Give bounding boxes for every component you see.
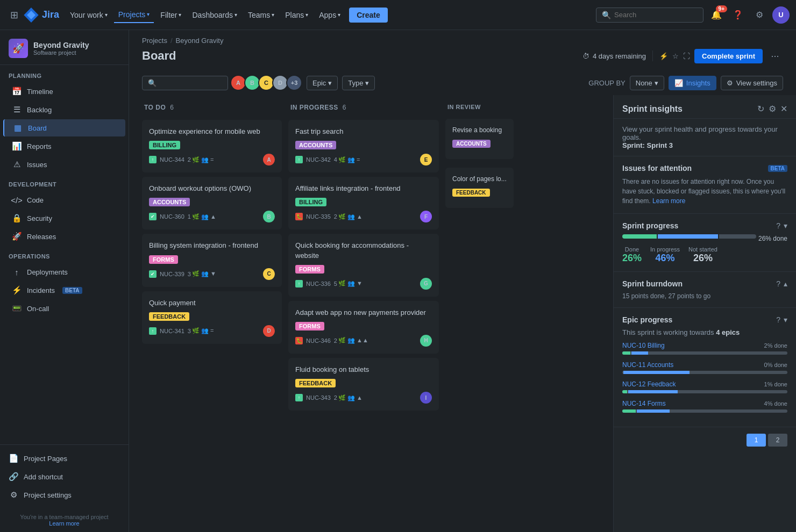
search-box[interactable]: 🔍 [596,8,703,23]
grid-menu-icon[interactable]: ⊞ [6,8,22,23]
nav-teams[interactable]: Teams▾ [244,8,279,23]
fullscreen-button[interactable]: ⛶ [683,52,690,60]
project-name: Beyond Gravity [33,41,89,49]
epic-link[interactable]: NUC-14 Forms [622,400,666,407]
issue-type-icon: 🐛 [295,213,303,220]
user-avatar[interactable]: U [772,6,790,24]
card-nuc-339[interactable]: Billing system integration - frontend FO… [142,234,282,286]
card-meta: 🐛 NUC-346 2 🌿 👥 ▲▲ H [295,335,432,347]
help-icon[interactable]: ? [776,221,780,230]
sidebar-item-oncall[interactable]: 📟 On-call [3,300,125,317]
star-button[interactable]: ☆ [672,52,679,60]
board-search-input[interactable] [160,79,222,87]
board-search-box[interactable]: 🔍 [142,76,228,90]
todo-column-header: TO DO 6 [142,99,282,116]
issue-type-icon: ↑ [149,327,157,335]
epic-link[interactable]: NUC-11 Accounts [622,361,673,369]
search-input[interactable] [614,11,698,19]
chevron-down-icon: ▾ [328,79,332,87]
nav-projects[interactable]: Projects▾ [114,7,154,23]
sidebar-item-deployments[interactable]: ↑ Deployments [3,263,125,281]
sidebar-add-shortcut[interactable]: 🔗 Add shortcut [0,468,129,486]
chevron-up-icon[interactable]: ▴ [784,279,787,288]
help-button[interactable]: ❓ [729,6,747,24]
nav-your-work[interactable]: Your work▾ [66,8,112,23]
sidebar: 🚀 Beyond Gravity Software project PLANNI… [0,30,129,532]
sidebar-item-board[interactable]: ▦ Board [3,119,125,136]
learn-more-link[interactable]: Learn more [49,520,79,527]
breadcrumb-project-name[interactable]: Beyond Gravity [176,37,224,45]
help-icon[interactable]: ? [776,279,780,288]
view-settings-button[interactable]: ⚙ View settings [721,76,783,90]
pagination-page2[interactable]: 2 [768,434,787,447]
breadcrumb-separator: / [170,37,173,45]
jira-logo[interactable]: Jira [24,8,59,23]
create-button[interactable]: Create [349,8,388,23]
sprint-label: Sprint: Sprint 3 [622,141,673,149]
card-title: Adapt web app no new payments provider [295,308,432,318]
card-nuc-336[interactable]: Quick booking for accommodations - websi… [288,234,439,296]
card-nuc-344[interactable]: Optimize experience for mobile web BILLI… [142,120,282,172]
learn-more-link[interactable]: Learn more [652,197,685,205]
epic-link[interactable]: NUC-12 Feedback [622,380,676,388]
sidebar-project-pages[interactable]: 📄 Project Pages [0,449,129,468]
epic-inprogress-bar [623,371,690,374]
complete-sprint-button[interactable]: Complete sprint [694,49,763,63]
card-inreview-2[interactable]: Color of pages lo... FEEDBACK [445,168,514,208]
done-segment [622,234,657,239]
card-meta: 🐛 NUC-335 2 🌿 👥 ▲ F [295,211,432,222]
settings-icon[interactable]: ⚙ [769,104,776,114]
chevron-down-icon[interactable]: ▾ [784,315,787,324]
board-toolbar-right: GROUP BY None ▾ 📈 Insights ⚙ View settin… [588,76,783,90]
nav-apps[interactable]: Apps▾ [315,8,345,23]
avatar-more[interactable]: +3 [286,75,302,91]
pagination-page1[interactable]: 1 [747,434,766,447]
close-icon[interactable]: ✕ [780,104,787,114]
epic-feedback: NUC-12 Feedback 1% done [622,380,787,393]
lightning-button[interactable]: ⚡ [659,52,668,60]
nav-dashboards[interactable]: Dashboards▾ [188,8,241,23]
insights-button[interactable]: 📈 Insights [669,76,716,90]
card-id: NUC-335 [306,213,331,220]
issue-type-icon: ✔ [149,270,157,278]
card-nuc-346[interactable]: Adapt web app no new payments provider F… [288,301,439,354]
more-options-button[interactable]: ··· [767,48,783,64]
epic-pct: 1% done [764,381,787,387]
card-nuc-335[interactable]: Affiliate links integration - frontend B… [288,177,439,229]
nav-plans[interactable]: Plans▾ [281,8,312,23]
board-pagination: 1 2 [614,427,796,453]
help-icon[interactable]: ? [776,315,780,324]
burndown-title: Sprint burndown [622,279,683,288]
epic-pct: 2% done [764,342,787,349]
sidebar-item-reports[interactable]: 📊 Reports [3,138,125,155]
breadcrumb-projects[interactable]: Projects [142,37,167,45]
issues-icon: ⚠ [12,160,22,169]
sidebar-item-issues[interactable]: ⚠ Issues [3,156,125,173]
settings-button[interactable]: ⚙ [751,6,768,24]
board-header: Projects / Beyond Gravity Board ⏱ 4 days… [129,30,796,70]
chevron-down-icon[interactable]: ▾ [784,221,787,230]
top-navigation: ⊞ Jira Your work▾ Projects▾ Filter▾ Dash… [0,0,796,30]
epic-link[interactable]: NUC-10 Billing [622,342,665,349]
epic-dropdown[interactable]: Epic ▾ [307,76,338,90]
beta-badge: BETA [62,287,82,294]
refresh-icon[interactable]: ↻ [757,104,764,114]
sidebar-item-timeline[interactable]: 📅 Timeline [3,83,125,100]
card-inreview-1[interactable]: Revise a booking ACCOUNTS [445,119,514,159]
notifications-button[interactable]: 🔔 9+ [708,6,725,24]
sidebar-item-backlog[interactable]: ☰ Backlog [3,101,125,118]
nav-filter[interactable]: Filter▾ [156,8,186,23]
sidebar-item-releases[interactable]: 🚀 Releases [3,228,125,245]
card-nuc-360[interactable]: Onboard workout options (OWO) ACCOUNTS ✔… [142,177,282,229]
card-nuc-342[interactable]: Fast trip search ACCOUNTS ↑ NUC-342 4 🌿 … [288,120,439,172]
sidebar-item-code[interactable]: </> Code [3,191,125,209]
sidebar-item-incidents[interactable]: ⚡ Incidents BETA [3,282,125,299]
card-nuc-343[interactable]: Fluid booking on tablets FEEDBACK ↑ NUC-… [288,358,439,411]
insights-desc: View your sprint health and progress tow… [614,119,796,156]
type-dropdown[interactable]: Type ▾ [342,76,375,90]
sidebar-item-security[interactable]: 🔒 Security [3,210,125,227]
assignee-avatar: B [263,211,275,222]
card-nuc-341[interactable]: Quick payment FEEDBACK ↑ NUC-341 3 🌿 👥 =… [142,291,282,344]
group-by-dropdown[interactable]: None ▾ [630,76,664,90]
sidebar-project-settings[interactable]: ⚙ Project settings [0,486,129,504]
